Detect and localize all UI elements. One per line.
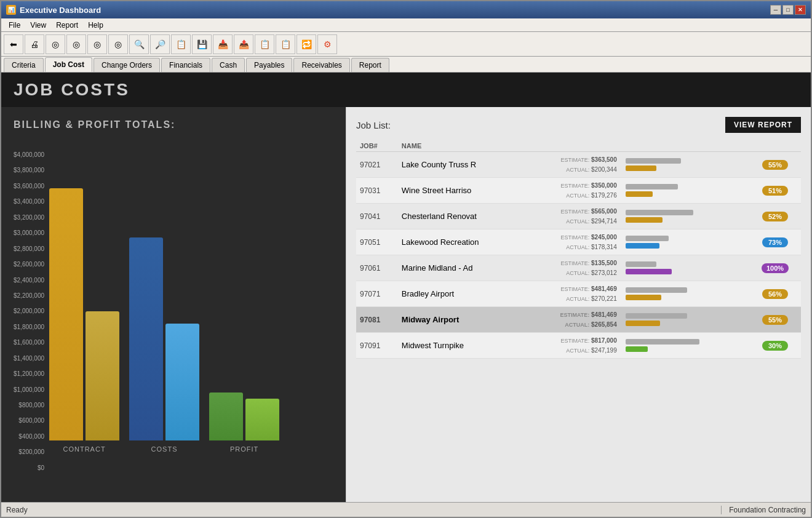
job-bars [621, 178, 749, 204]
job-bars [621, 281, 749, 307]
y-axis: $4,000,000 $3,800,000 $3,600,000 $3,400,… [14, 151, 49, 471]
minimize-button[interactable]: ─ [770, 5, 781, 15]
tb-copy3-btn[interactable]: 📋 [276, 34, 295, 54]
tab-cash[interactable]: Cash [212, 58, 245, 72]
table-row[interactable]: 97061 Marine Midland - Ad ESTIMATE: $135… [356, 255, 801, 281]
maximize-button[interactable]: □ [782, 5, 794, 15]
view-report-button[interactable]: VIEW REPORT [725, 117, 801, 133]
job-number: 97051 [356, 229, 398, 255]
tb-settings-btn[interactable]: ⚙ [317, 34, 337, 54]
chart-container: $4,000,000 $3,800,000 $3,600,000 $3,400,… [14, 140, 333, 490]
job-name: Wine Street Harriso [398, 178, 525, 204]
menu-report[interactable]: Report [51, 20, 83, 31]
chart-panel: BILLING & PROFIT TOTALS: $4,000,000 $3,8… [1, 107, 346, 502]
tb-zoom-btn[interactable]: 🔎 [150, 34, 170, 54]
table-row[interactable]: 97021 Lake County Truss R ESTIMATE: $363… [356, 152, 801, 178]
table-row[interactable]: 97071 Bradley Airport ESTIMATE: $481,469… [356, 281, 801, 307]
tab-bar: Criteria Job Cost Change Orders Financia… [1, 57, 811, 73]
job-number: 97091 [356, 333, 398, 359]
status-bar: Ready Foundation Contracting [1, 502, 811, 517]
col-header-name: NAME [398, 140, 525, 152]
window-title: Executive Dashboard [20, 6, 101, 15]
bar-contract-tall [49, 188, 83, 440]
job-estimates: ESTIMATE: $817,000 ACTUAL: $247,199 [525, 333, 621, 359]
bar-group-profit: PROFIT [209, 157, 279, 453]
tb-print-btn[interactable]: 🖨 [25, 34, 44, 54]
bar-label-contract: CONTRACT [63, 445, 106, 453]
table-row[interactable]: 97051 Lakewood Recreation ESTIMATE: $245… [356, 229, 801, 255]
tb-circle4-btn[interactable]: ◎ [108, 34, 128, 54]
app-icon: 📊 [6, 5, 16, 15]
title-bar-left: 📊 Executive Dashboard [6, 5, 101, 15]
bar-costs-short [165, 324, 199, 440]
job-pct: 55% [749, 307, 801, 333]
menu-file[interactable]: File [4, 20, 25, 31]
bar-profit-short [245, 399, 279, 440]
bar-group-contract: CONTRACT [49, 157, 119, 453]
table-row[interactable]: 97041 Chesterland Renovat ESTIMATE: $565… [356, 204, 801, 229]
bar-contract-short [86, 311, 119, 440]
tb-copy2-btn[interactable]: 📋 [255, 34, 274, 54]
bar-label-costs: COSTS [151, 445, 178, 453]
tb-copy1-btn[interactable]: 📋 [171, 34, 191, 54]
job-estimates: ESTIMATE: $350,000 ACTUAL: $179,276 [525, 178, 621, 204]
job-panel: Job List: VIEW REPORT JOB# NAME [346, 107, 811, 502]
tb-search-btn[interactable]: 🔍 [129, 34, 149, 54]
tab-financials[interactable]: Financials [161, 58, 210, 72]
job-number: 97031 [356, 178, 398, 204]
job-pct: 56% [749, 281, 801, 307]
tb-refresh-btn[interactable]: 🔁 [297, 34, 316, 54]
tab-job-cost[interactable]: Job Cost [45, 57, 92, 72]
job-pct: 51% [749, 178, 801, 204]
menu-view[interactable]: View [25, 20, 51, 31]
job-name: Lakewood Recreation [398, 229, 525, 255]
bar-label-profit: PROFIT [230, 445, 258, 453]
job-estimates: ESTIMATE: $565,000 ACTUAL: $294,714 [525, 204, 621, 229]
tb-export-btn[interactable]: 📤 [234, 34, 253, 54]
tb-save-btn[interactable]: 💾 [192, 34, 212, 54]
job-panel-header: Job List: VIEW REPORT [356, 117, 801, 133]
close-button[interactable]: ✕ [795, 5, 806, 15]
job-estimates: ESTIMATE: $363,500 ACTUAL: $200,344 [525, 152, 621, 178]
job-number: 97071 [356, 281, 398, 307]
job-name: Chesterland Renovat [398, 204, 525, 229]
job-name: Midway Airport [398, 307, 525, 333]
toolbar: ⬅ 🖨 ◎ ◎ ◎ ◎ 🔍 🔎 📋 💾 📥 📤 📋 📋 🔁 ⚙ [1, 32, 811, 57]
job-bars [621, 255, 749, 281]
tab-payables[interactable]: Payables [246, 58, 292, 72]
job-pct: 30% [749, 333, 801, 359]
tb-import-btn[interactable]: 📥 [213, 34, 233, 54]
tab-change-orders[interactable]: Change Orders [94, 58, 160, 72]
col-header-estimates [525, 140, 621, 152]
menu-help[interactable]: Help [83, 20, 108, 31]
job-pct: 55% [749, 152, 801, 178]
page-header: JOB COSTS [1, 73, 811, 107]
job-bars [621, 204, 749, 229]
tab-receivables[interactable]: Receivables [293, 58, 349, 72]
job-pct: 52% [749, 204, 801, 229]
col-header-pct [749, 140, 801, 152]
job-bars [621, 333, 749, 359]
tab-criteria[interactable]: Criteria [4, 58, 44, 72]
table-row[interactable]: 97091 Midwest Turnpike ESTIMATE: $817,00… [356, 333, 801, 359]
page-title: JOB COSTS [14, 80, 798, 100]
tb-back-btn[interactable]: ⬅ [4, 34, 23, 54]
table-row[interactable]: 97031 Wine Street Harriso ESTIMATE: $350… [356, 178, 801, 204]
status-ready: Ready [6, 506, 721, 514]
job-estimates: ESTIMATE: $135,500 ACTUAL: $273,012 [525, 255, 621, 281]
tb-circle2-btn[interactable]: ◎ [66, 34, 86, 54]
bar-group-costs: COSTS [129, 157, 199, 453]
title-bar: 📊 Executive Dashboard ─ □ ✕ [1, 1, 811, 18]
job-estimates: ESTIMATE: $481,469 ACTUAL: $270,221 [525, 281, 621, 307]
job-number: 97061 [356, 255, 398, 281]
status-company: Foundation Contracting [721, 506, 806, 514]
job-number: 97021 [356, 152, 398, 178]
job-name: Marine Midland - Ad [398, 255, 525, 281]
tb-circle1-btn[interactable]: ◎ [46, 34, 65, 54]
tab-report[interactable]: Report [351, 58, 389, 72]
table-row[interactable]: 97081 Midway Airport ESTIMATE: $481,469 … [356, 307, 801, 333]
job-list-title: Job List: [356, 120, 391, 130]
col-header-job: JOB# [356, 140, 398, 152]
main-content: JOB COSTS BILLING & PROFIT TOTALS: $4,00… [1, 73, 811, 502]
tb-circle3-btn[interactable]: ◎ [87, 34, 107, 54]
